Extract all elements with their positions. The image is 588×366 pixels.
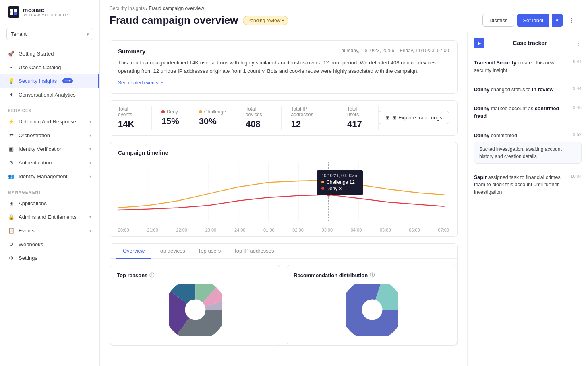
chevron-down-icon-6: ▾	[89, 215, 91, 219]
svg-point-16	[327, 178, 331, 182]
case-event-3-action: marked account as	[491, 106, 535, 111]
sidebar-item-detection-response[interactable]: ⚡ Detection And Response ▾	[0, 115, 99, 128]
sidebar-item-webhooks[interactable]: ↺ Webhooks	[0, 237, 99, 251]
case-event-4-header: Danny commented 9:52	[474, 132, 582, 140]
recommendation-distribution-label: Recommendation distribution	[294, 272, 368, 278]
case-event-5-action: assigned task to financial crimes team t…	[474, 175, 561, 195]
chat-icon: ✦	[8, 91, 14, 98]
case-event-2-header: Danny changed status to In review 9:44	[474, 86, 582, 94]
set-label-arrow-button[interactable]: ▾	[552, 14, 563, 27]
case-event-3-actor: Danny	[474, 106, 489, 111]
sidebar-item-applications[interactable]: ⊞ Applications	[0, 196, 99, 210]
sidebar: mosaic BY TRANSMIT SECURITY Tenant 🚀 Get…	[0, 0, 100, 366]
sidebar-item-security-insights[interactable]: 💡 Security Insights 99+	[0, 74, 99, 88]
see-related-events-link[interactable]: See related events ↗	[118, 80, 164, 86]
case-event-1-time: 9:41	[573, 59, 582, 64]
top-reasons-pie-svg	[169, 284, 222, 336]
case-tracker-left-actions: ▶	[474, 38, 484, 48]
stat-challenge-label: Challenge	[199, 109, 226, 115]
sidebar-label-admins-entitlements: Admins and Entitlements	[19, 214, 77, 220]
case-tracker-more-button[interactable]: ⋮	[575, 39, 582, 47]
top-reasons-pie	[117, 284, 273, 336]
breadcrumb-parent[interactable]: Security insights	[110, 6, 145, 11]
lightning-icon: ⚡	[8, 118, 14, 125]
sidebar-item-events[interactable]: 📋 Events ▾	[0, 224, 99, 237]
header-actions: Dismiss Set label ▾ ⋮	[482, 14, 578, 27]
sidebar-label-getting-started: Getting Started	[19, 51, 54, 57]
status-badge[interactable]: Pending review ▾	[243, 16, 288, 25]
top-reasons-label: Top reasons	[117, 272, 147, 278]
chevron-down-icon-3: ▾	[89, 147, 91, 151]
orchestration-icon: ⇄	[8, 132, 14, 138]
sidebar-label-events: Events	[19, 228, 35, 234]
sidebar-item-use-case-catalog[interactable]: ▪ Use Case Catalog	[0, 60, 99, 74]
tab-top-users[interactable]: Top users	[192, 244, 227, 259]
case-tracker-header: ▶ Case tracker ⋮	[468, 32, 588, 54]
axis-label-0: 20:00	[118, 228, 129, 232]
sidebar-item-getting-started[interactable]: 🚀 Getting Started	[0, 47, 99, 60]
tab-top-ip-addresses[interactable]: Top IP addresses	[227, 244, 280, 259]
svg-rect-3	[14, 12, 17, 15]
sidebar-item-identity-management[interactable]: 👥 Identity Management ▾	[0, 169, 99, 183]
sidebar-label-identity-verification: Identity Verification	[19, 146, 62, 152]
logo-icon	[8, 6, 19, 18]
page-title: Fraud campaign overview	[110, 14, 238, 27]
case-event-1-actor: Transmit Security	[474, 60, 516, 66]
axis-label-4: 24:00	[234, 228, 246, 232]
chevron-down-icon-4: ▾	[89, 160, 91, 165]
explore-icon: ⊞	[385, 115, 390, 121]
bottom-cards: Top reasons ⓘ	[110, 265, 457, 345]
chevron-down-icon-7: ▾	[89, 228, 91, 233]
case-event-5-time: 10:04	[570, 174, 582, 179]
status-dropdown-arrow: ▾	[282, 18, 284, 23]
svg-rect-2	[10, 12, 13, 15]
sidebar-item-identity-verification[interactable]: ▣ Identity Verification ▾	[0, 142, 99, 156]
stat-total-users-value: 417	[347, 119, 369, 130]
axis-label-3: 23:00	[205, 228, 217, 232]
explore-fraud-rings-button[interactable]: ⊞ ⊞ Explore fraud rings	[379, 111, 449, 124]
logo-sub-text: BY TRANSMIT SECURITY	[23, 14, 69, 17]
breadcrumb: Security insights / Fraud campaign overv…	[110, 6, 578, 11]
case-tracker-play-button[interactable]: ▶	[474, 38, 484, 48]
chart-title: Campaign timeline	[118, 150, 449, 156]
case-event-4-time: 9:52	[573, 132, 582, 137]
summary-title: Summary	[118, 48, 145, 55]
stat-total-users: Total users 417	[337, 106, 379, 130]
tenant-selector[interactable]: Tenant	[6, 28, 93, 40]
page-title-area: Fraud campaign overview Pending review ▾	[110, 14, 288, 27]
more-options-button[interactable]: ⋮	[565, 14, 578, 27]
case-event-5: Sapir assigned task to financial crimes …	[468, 169, 588, 203]
tenant-dropdown[interactable]: Tenant	[6, 28, 93, 40]
tab-top-devices[interactable]: Top devices	[151, 244, 192, 259]
stat-total-users-label: Total users	[347, 106, 369, 117]
case-tracker-panel: ▶ Case tracker ⋮ Transmit Security creat…	[467, 32, 588, 366]
management-nav: MANAGEMENT ⊞ Applications 🔒 Admins and E…	[0, 185, 99, 266]
case-event-4: Danny commented 9:52 Started investigati…	[468, 127, 588, 169]
sidebar-item-conversational-analytics[interactable]: ✦ Conversational Analytics	[0, 88, 99, 101]
stat-deny-value: 15%	[161, 116, 179, 127]
chart-x-axis: 20:00 21:00 22:00 23:00 24:00 01:00 02:0…	[118, 228, 449, 232]
sidebar-label-identity-management: Identity Management	[19, 173, 67, 179]
case-event-1-text: Transmit Security created this new secur…	[474, 59, 573, 74]
dismiss-button[interactable]: Dismiss	[482, 14, 515, 27]
axis-label-10: 06:00	[409, 228, 420, 232]
breadcrumb-current: Fraud campaign overview	[149, 6, 204, 11]
axis-label-1: 21:00	[147, 228, 158, 232]
chevron-down-icon-2: ▾	[89, 133, 91, 138]
stat-total-devices: Total devices 408	[236, 106, 282, 130]
top-reasons-title: Top reasons ⓘ	[117, 272, 273, 279]
sidebar-item-authentication[interactable]: ⊙ Authentication ▾	[0, 156, 99, 169]
case-event-2-action: changed status to	[491, 87, 532, 93]
sidebar-item-orchestration[interactable]: ⇄ Orchestration ▾	[0, 128, 99, 142]
sidebar-label-detection-response: Detection And Response	[19, 119, 76, 125]
sidebar-label-use-case-catalog: Use Case Catalog	[19, 64, 61, 70]
set-label-button[interactable]: Set label	[517, 14, 549, 27]
sidebar-item-admins-entitlements[interactable]: 🔒 Admins and Entitlements ▾	[0, 210, 99, 224]
book-icon: ▪	[8, 64, 14, 70]
summary-text: This fraud campaign identified 14K user …	[118, 59, 449, 76]
case-event-2-text: Danny changed status to In review	[474, 86, 573, 94]
sidebar-item-settings[interactable]: ⚙ Settings	[0, 251, 99, 265]
recommendation-distribution-info-icon: ⓘ	[370, 272, 375, 279]
tab-overview[interactable]: Overview	[116, 244, 151, 259]
services-nav: SERVICES ⚡ Detection And Response ▾ ⇄ Or…	[0, 103, 99, 185]
